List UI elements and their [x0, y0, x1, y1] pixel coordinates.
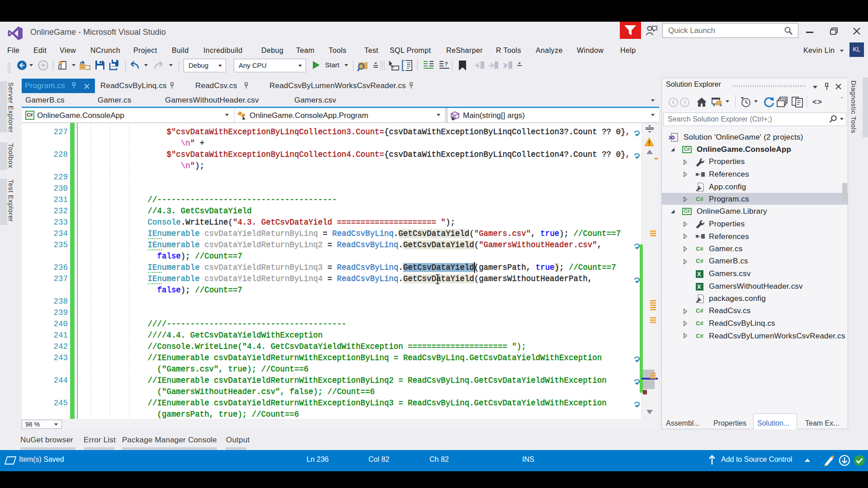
- svg-text:?: ?: [444, 61, 448, 67]
